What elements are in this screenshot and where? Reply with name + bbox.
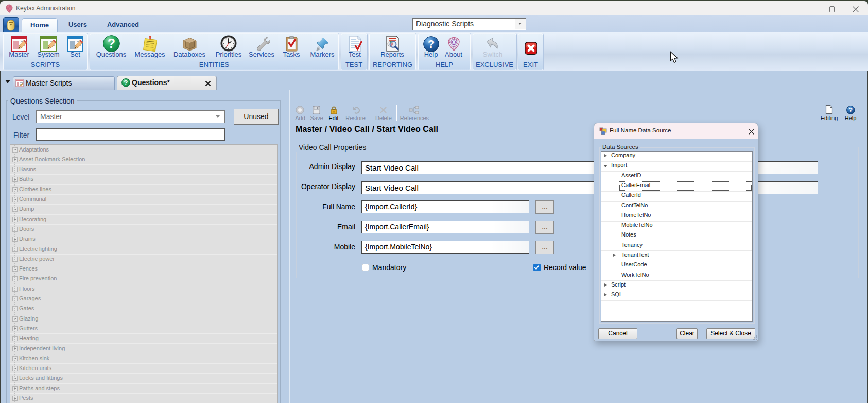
svg-text:?: ? bbox=[849, 107, 853, 114]
svg-text:?: ? bbox=[427, 38, 434, 51]
svg-text:?: ? bbox=[107, 36, 115, 51]
svg-text:?: ? bbox=[124, 79, 128, 87]
